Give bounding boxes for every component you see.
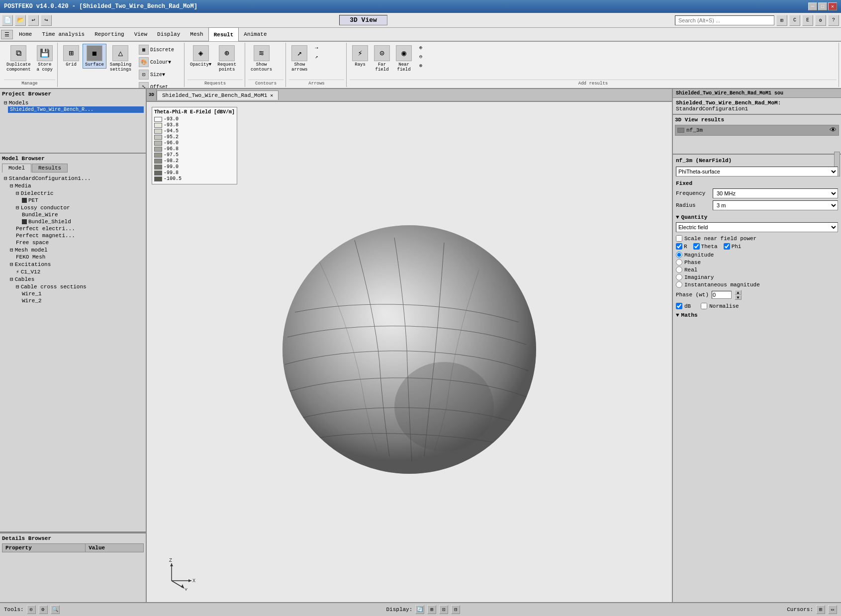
tree-pet[interactable]: PET [20, 197, 144, 204]
show-contours-button[interactable]: ≋ Showcontours [248, 44, 275, 74]
instant-mag-radio[interactable] [676, 281, 682, 288]
display-icon-4[interactable]: ⊟ [451, 605, 460, 614]
request-points-button[interactable]: ⊕ Requestpoints [215, 44, 239, 74]
toolbar-icon-4[interactable]: ⚙ [815, 15, 826, 26]
eye-icon[interactable]: 👁 [830, 126, 837, 134]
duplicate-component-button[interactable]: ⧉ Duplicatecomponent [4, 44, 33, 74]
add-results-option-2[interactable]: ⊖ [417, 53, 424, 61]
tree-wire1[interactable]: Wire_1 [20, 290, 144, 297]
theta-checkbox[interactable] [693, 243, 700, 250]
tree-project-item[interactable]: Shielded_Two_Wire_Bench_R... [8, 106, 144, 113]
toolbar-icon-3[interactable]: E [802, 15, 813, 26]
tools-icon-2[interactable]: ⚙ [39, 605, 48, 614]
menu-item-mesh[interactable]: Mesh [185, 27, 208, 41]
tree-lossy[interactable]: ⊟ Lossy conductor [14, 204, 144, 211]
imaginary-radio[interactable] [676, 274, 682, 280]
maximize-button[interactable]: □ [818, 2, 827, 10]
toolbar-icon-1[interactable]: ⊞ [776, 15, 787, 26]
tree-mesh-model[interactable]: ⊟ Mesh model [8, 246, 144, 254]
tab-results[interactable]: Results [32, 164, 68, 173]
add-results-option-3[interactable]: ⊗ [417, 62, 424, 70]
menu-item-view[interactable]: View [129, 27, 152, 41]
rays-button[interactable]: ⚡ Rays [350, 44, 371, 69]
tree-bundle-wire[interactable]: Bundle_Wire [20, 211, 144, 218]
menu-item-reporting[interactable]: Reporting [90, 27, 129, 41]
menu-item-time[interactable]: Time analysis [37, 27, 90, 41]
quantity-select[interactable]: Electric field Magnetic field Poynting v… [676, 222, 838, 232]
colour-button[interactable]: 🎨 Colour▼ [137, 56, 182, 68]
tree-dielectric[interactable]: ⊟ Dielectric [14, 189, 144, 197]
add-results-option-1[interactable]: ⊕ [417, 44, 424, 52]
show-arrows-button[interactable]: ↗ Showarrows [289, 44, 310, 74]
store-copy-button[interactable]: 💾 Storea copy [34, 44, 55, 74]
tree-perfect-mag[interactable]: Perfect magneti... [14, 232, 144, 239]
phi-checkbox[interactable] [724, 243, 730, 250]
scale-near-field-checkbox[interactable] [676, 235, 682, 242]
frequency-select[interactable]: 30 MHz 60 MHz [713, 188, 838, 198]
undo-button[interactable]: ↩ [28, 15, 39, 26]
real-radio[interactable] [676, 266, 682, 273]
toolbar-icon-5[interactable]: ? [828, 15, 839, 26]
tree-feko-mesh[interactable]: FEKO Mesh [14, 254, 144, 261]
result-item-label[interactable]: nf_3m [686, 127, 830, 133]
sampling-settings-button[interactable]: △ Samplingsettings [107, 44, 134, 74]
tools-icon-1[interactable]: ⊙ [27, 605, 36, 614]
new-button[interactable]: 📄 [2, 15, 13, 26]
redo-button[interactable]: ↪ [41, 15, 52, 26]
size-button[interactable]: ⊡ Size▼ [137, 69, 182, 81]
surface-button[interactable]: ◼ Surface [83, 44, 106, 69]
menu-toggle-btn[interactable]: ☰ [1, 30, 13, 39]
tree-cables[interactable]: ⊟ Cables [8, 275, 144, 283]
r-checkbox[interactable] [676, 243, 682, 250]
tree-std-config[interactable]: ⊟ StandardConfiguration1... [2, 175, 144, 182]
menu-item-display[interactable]: Display [152, 27, 185, 41]
maths-section[interactable]: ▼ Maths [676, 312, 838, 318]
normalise-checkbox[interactable] [701, 303, 707, 309]
display-icon-3[interactable]: ⊡ [439, 605, 448, 614]
grid-button[interactable]: ⊞ Grid [61, 44, 82, 69]
display-icon-2[interactable]: ⊞ [427, 605, 436, 614]
arrows-option-2[interactable]: ↗ [313, 53, 320, 61]
tree-cable-sections[interactable]: ⊟ Cable cross sections [14, 283, 144, 290]
near-field-button[interactable]: ◉ Nearfield [393, 44, 414, 74]
cursor-icon-1[interactable]: ⊞ [816, 605, 825, 614]
minimize-button[interactable]: ─ [808, 2, 817, 10]
cursor-icon-2[interactable]: ▭ [828, 605, 837, 614]
phase-increment-button[interactable]: ▲ [735, 290, 742, 295]
tree-free-space[interactable]: Free space [14, 239, 144, 246]
magnitude-radio[interactable] [676, 252, 682, 258]
tree-wire2[interactable]: Wire_2 [20, 297, 144, 304]
tree-bundle-shield[interactable]: Bundle_Shield [20, 218, 144, 225]
phase-decrement-button[interactable]: ▼ [735, 295, 742, 300]
tree-media[interactable]: ⊟ Media [8, 182, 144, 189]
menu-item-animate[interactable]: Animate [239, 27, 272, 41]
close-button[interactable]: ✕ [828, 2, 837, 10]
display-icon-1[interactable]: 🔄 [415, 605, 424, 614]
radius-select[interactable]: 3 m 5 m [713, 200, 838, 210]
phase-value-input[interactable] [712, 291, 732, 299]
opacity-button[interactable]: ◈ Opacity▼ [187, 44, 214, 69]
discrete-button[interactable]: ▦ Discrete [137, 44, 182, 56]
open-button[interactable]: 📂 [15, 15, 26, 26]
tree-c1v12[interactable]: ⚡ C1_V12 [14, 268, 144, 275]
config-section: Shielded_Two_Wire_Bench_Rad_MoM: Standar… [673, 98, 841, 115]
offset-button[interactable]: ⤡ Offset [137, 81, 182, 89]
tools-icon-3[interactable]: 🔍 [51, 605, 60, 614]
tree-models[interactable]: ⊟ Models [2, 99, 144, 106]
far-field-button[interactable]: ⊙ Farfield [372, 44, 392, 74]
tree-perfect-elec[interactable]: Perfect electri... [14, 225, 144, 232]
tree-excitations[interactable]: ⊟ Excitations [8, 261, 144, 268]
phase-radio[interactable] [676, 259, 682, 265]
viewport[interactable]: Theta-Phi-R E-Field [dBV/m] -93.0 -93.8 … [147, 102, 672, 602]
viewport-tab-close[interactable]: ✕ [270, 92, 273, 98]
toolbar-icon-2[interactable]: C [789, 15, 800, 26]
surface-select[interactable]: PhiTheta-surface XY-plane YZ-plane XZ-pl… [676, 167, 838, 176]
search-input[interactable] [675, 15, 774, 25]
quantity-header[interactable]: ▼ Quantity [676, 214, 838, 220]
menu-item-home[interactable]: Home [14, 27, 37, 41]
db-checkbox[interactable] [676, 303, 682, 309]
viewport-tab[interactable]: Shielded_Two_Wire_Bench_Rad_MoM1 ✕ [157, 90, 279, 100]
tab-model[interactable]: Model [2, 164, 31, 173]
menu-item-result[interactable]: Result [208, 27, 239, 41]
arrows-option-1[interactable]: ⇢ [313, 44, 320, 52]
